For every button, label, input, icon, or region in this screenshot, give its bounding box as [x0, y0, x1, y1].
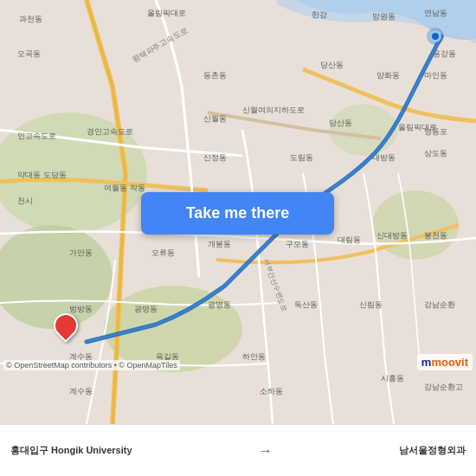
svg-point-4	[329, 104, 398, 156]
svg-text:등촌동: 등촌동	[203, 71, 227, 80]
svg-text:당산동: 당산동	[320, 61, 344, 69]
svg-text:벙방동: 벙방동	[69, 305, 93, 313]
svg-text:영등포: 영등포	[424, 127, 447, 136]
svg-text:인고속도로: 인고속도로	[17, 132, 56, 140]
svg-text:여월동 작동: 여월동 작동	[104, 183, 145, 192]
svg-text:당산동: 당산동	[329, 119, 352, 127]
svg-text:올림픽대로: 올림픽대로	[147, 9, 186, 17]
direction-arrow-icon: →	[252, 443, 280, 459]
svg-text:신림동: 신림동	[359, 300, 383, 309]
svg-text:대림동: 대림동	[338, 235, 361, 244]
map-container: 과천동 올림픽대로 한강 망원동 연남동 오곡동 평택파주고속도로 용강동 등촌…	[0, 0, 476, 424]
svg-text:하안동: 하안동	[242, 352, 266, 361]
svg-text:마인동: 마인동	[424, 71, 447, 80]
svg-text:도림동: 도림동	[290, 153, 313, 162]
svg-text:봉천동: 봉천동	[424, 231, 447, 240]
svg-text:천시: 천시	[17, 196, 33, 205]
svg-text:대방동: 대방동	[372, 153, 396, 162]
svg-point-5	[372, 190, 459, 260]
svg-text:소하동: 소하동	[260, 387, 283, 396]
svg-text:구모동: 구모동	[286, 240, 309, 248]
destination-marker	[54, 313, 78, 338]
svg-text:계수동: 계수동	[69, 387, 93, 396]
svg-text:강남순환: 강남순환	[424, 300, 455, 309]
origin-marker	[429, 30, 441, 42]
origin-station-label: 홍대입구 Hongik University	[10, 444, 132, 457]
destination-label: 남서울정형외과	[399, 444, 466, 457]
svg-text:개봉동: 개봉동	[208, 240, 231, 248]
svg-text:광명동: 광명동	[208, 300, 231, 309]
map-attribution: © OpenStreetMap contributors • © OpenMap…	[3, 360, 180, 370]
bottom-navigation-bar: 홍대입구 Hongik University → 남서울정형외과	[0, 424, 476, 476]
svg-text:신대방동: 신대방동	[376, 231, 408, 240]
svg-text:신월여의지하도로: 신월여의지하도로	[242, 106, 305, 114]
svg-text:경인고속도로: 경인고속도로	[87, 127, 133, 136]
svg-text:오류동: 오류동	[151, 248, 175, 257]
svg-text:오곡동: 오곡동	[17, 49, 41, 58]
svg-text:독산동: 독산동	[294, 300, 318, 309]
svg-text:광명동: 광명동	[134, 305, 158, 313]
svg-text:연남동: 연남동	[424, 9, 447, 17]
svg-text:강남순환고: 강남순환고	[424, 383, 463, 391]
moovit-logo-text: m	[421, 356, 432, 369]
svg-text:한강: 한강	[312, 10, 327, 19]
take-me-there-button[interactable]: Take me there	[141, 192, 334, 235]
svg-text:약대동 도당동: 약대동 도당동	[17, 170, 67, 179]
svg-text:신월동: 신월동	[203, 114, 227, 123]
svg-text:시흥동: 시흥동	[381, 374, 404, 383]
svg-text:과천동: 과천동	[19, 15, 42, 23]
svg-text:상도동: 상도동	[424, 149, 447, 158]
svg-text:신정동: 신정동	[203, 153, 227, 162]
moovit-logo: mmoovit	[417, 354, 473, 370]
svg-text:양화동: 양화동	[376, 71, 400, 80]
svg-text:용강동: 용강동	[433, 49, 456, 58]
svg-text:가안동: 가안동	[69, 248, 93, 257]
svg-text:망원동: 망원동	[372, 12, 396, 21]
